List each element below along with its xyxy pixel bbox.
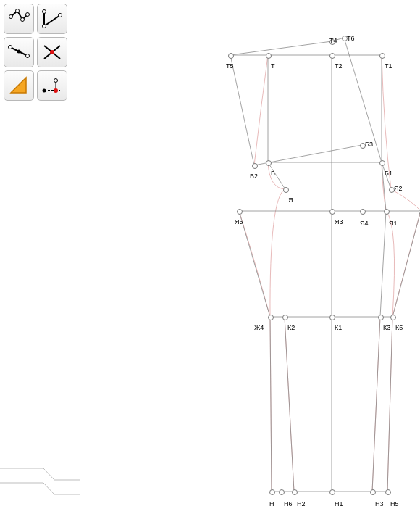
drawing-canvas[interactable]: Т5ТТ2Т1Т4Т6Б3Б2ББ1ЯЯ2Я5Я3Я4Я1Я9Ж4К2К1К3К… bbox=[80, 0, 420, 506]
svg-point-18 bbox=[43, 89, 46, 93]
point-YA3[interactable] bbox=[329, 209, 335, 215]
point-K5[interactable] bbox=[390, 315, 396, 320]
svg-point-15 bbox=[50, 50, 54, 54]
point-label-T6: Т6 bbox=[347, 35, 355, 42]
svg-line-50 bbox=[285, 317, 294, 492]
point-H5[interactable] bbox=[385, 489, 391, 495]
point-label-T: Т bbox=[271, 62, 275, 70]
point-label-B2: Б2 bbox=[250, 173, 258, 180]
point-YA1[interactable] bbox=[384, 209, 390, 215]
svg-line-41 bbox=[239, 211, 270, 317]
svg-point-2 bbox=[21, 18, 25, 22]
svg-marker-16 bbox=[11, 78, 26, 93]
svg-line-53 bbox=[387, 317, 392, 492]
svg-point-0 bbox=[9, 15, 13, 19]
point-label-K1: К1 bbox=[335, 324, 342, 331]
tool-intersect[interactable] bbox=[37, 37, 67, 67]
svg-line-29 bbox=[230, 41, 332, 55]
point-B2[interactable] bbox=[252, 163, 258, 169]
point-H6[interactable] bbox=[279, 489, 285, 495]
point-T[interactable] bbox=[266, 53, 272, 59]
point-B1[interactable] bbox=[379, 160, 385, 166]
point-label-H3: Н3 bbox=[375, 500, 384, 506]
triangle-icon bbox=[8, 75, 30, 96]
point-label-YA: Я bbox=[288, 196, 293, 204]
svg-point-3 bbox=[26, 13, 30, 17]
line-midpoint-icon bbox=[8, 41, 30, 63]
svg-line-43 bbox=[380, 211, 386, 317]
svg-point-8 bbox=[59, 14, 62, 17]
point-label-T1: Т1 bbox=[385, 62, 392, 70]
svg-line-49 bbox=[270, 317, 272, 492]
svg-point-12 bbox=[17, 50, 21, 54]
svg-point-21 bbox=[54, 88, 58, 93]
svg-line-5 bbox=[44, 15, 60, 26]
point-label-T2: Т2 bbox=[335, 62, 343, 70]
svg-point-20 bbox=[54, 79, 58, 83]
point-YA5[interactable] bbox=[237, 209, 243, 215]
point-YA4[interactable] bbox=[360, 209, 366, 215]
point-label-T5: Т5 bbox=[226, 62, 234, 70]
point-K2[interactable] bbox=[282, 315, 288, 320]
point-label-H1: Н1 bbox=[335, 500, 343, 506]
point-label-YA5: Я5 bbox=[235, 218, 243, 225]
tool-angle[interactable] bbox=[37, 4, 67, 34]
point-label-H2: Н2 bbox=[297, 500, 306, 506]
point-H3[interactable] bbox=[370, 489, 376, 495]
polyline-icon bbox=[8, 8, 30, 30]
tool-polyline[interactable] bbox=[4, 4, 34, 34]
svg-line-25 bbox=[230, 55, 254, 165]
point-label-K2: К2 bbox=[287, 324, 295, 331]
svg-point-1 bbox=[16, 9, 20, 13]
point-label-YA4: Я4 bbox=[360, 220, 369, 227]
intersect-icon bbox=[41, 41, 63, 63]
point-label-H5: Н5 bbox=[390, 500, 399, 506]
point-label-K4_dup: Ж4 bbox=[254, 324, 264, 331]
point-T5[interactable] bbox=[228, 53, 234, 59]
point-label-YA1: Я1 bbox=[389, 220, 398, 227]
point-label-H6: Н6 bbox=[284, 500, 293, 506]
point-B[interactable] bbox=[266, 160, 272, 166]
point-label-B3: Б3 bbox=[365, 141, 373, 148]
point-label-H: Н bbox=[269, 500, 274, 506]
point-label-K3: К3 bbox=[383, 324, 390, 331]
tool-point-on-line[interactable] bbox=[37, 70, 67, 101]
point-label-K5: К5 bbox=[395, 324, 403, 331]
point-label-YA2: Я2 bbox=[394, 185, 403, 192]
point-H[interactable] bbox=[269, 489, 275, 495]
point-label-T4: Т4 bbox=[329, 37, 337, 44]
tool-line-midpoint[interactable] bbox=[4, 37, 34, 67]
point-label-B1: Б1 bbox=[385, 170, 392, 177]
toolbox-collapse-decoration bbox=[0, 448, 80, 506]
point-K3[interactable] bbox=[378, 315, 384, 320]
point-label-YA3: Я3 bbox=[335, 218, 343, 225]
point-H1[interactable] bbox=[329, 489, 335, 495]
svg-point-10 bbox=[9, 46, 12, 49]
svg-point-11 bbox=[26, 54, 30, 58]
point-T1[interactable] bbox=[379, 53, 385, 59]
point-K1[interactable] bbox=[329, 315, 335, 320]
point-H2[interactable] bbox=[292, 489, 298, 495]
tool-triangle[interactable] bbox=[4, 70, 34, 101]
toolbar bbox=[4, 4, 67, 101]
point-YA[interactable] bbox=[283, 187, 289, 193]
svg-point-7 bbox=[43, 10, 46, 14]
svg-line-52 bbox=[372, 317, 380, 492]
point-K4_dup[interactable] bbox=[268, 315, 274, 320]
point-T2[interactable] bbox=[329, 53, 335, 59]
point-on-line-icon bbox=[41, 75, 63, 96]
point-label-B: Б bbox=[271, 170, 275, 177]
angle-icon bbox=[41, 8, 63, 30]
svg-point-6 bbox=[43, 25, 46, 28]
